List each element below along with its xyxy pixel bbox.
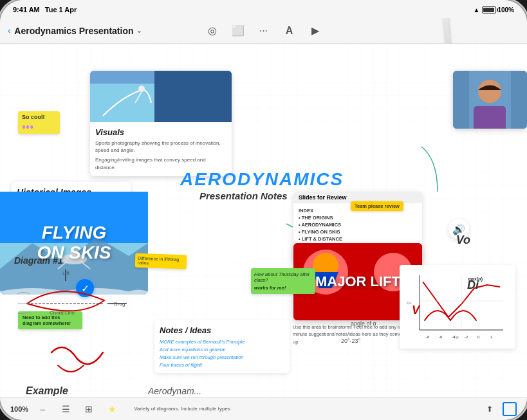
- lasso-tool-button[interactable]: ◎: [203, 22, 221, 40]
- svg-text:Chord Line: Chord Line: [50, 310, 75, 316]
- svg-text:CL: CL: [407, 301, 412, 305]
- doc-title-text: Aerodynamics Presentation: [14, 26, 133, 36]
- svg-point-11: [478, 80, 501, 103]
- back-chevron: ‹: [8, 26, 10, 35]
- so-cool-sticky[interactable]: So cool! ♦♦♦: [18, 111, 60, 134]
- share-bottom-button[interactable]: ⬆: [481, 401, 499, 417]
- video-call: [453, 71, 527, 129]
- note-item-4: Four forces of flight!: [160, 362, 284, 368]
- note-item-2: And more equations in general: [160, 347, 284, 352]
- major-lift-text: MAJOR LIFT: [315, 273, 400, 290]
- back-button[interactable]: ‹: [8, 26, 10, 35]
- svg-text:Lift: Lift: [62, 270, 69, 276]
- canvas[interactable]: So cool! ♦♦♦ Visuals: [0, 44, 527, 397]
- bottom-tools: 100% – ☰ ⊞ ★: [10, 401, 121, 417]
- visuals-card[interactable]: Visuals Sports photography showing the p…: [90, 71, 232, 176]
- toolbar-left: ‹ Aerodynamics Presentation ⌄: [8, 26, 198, 36]
- wifi-icon: ▲: [474, 6, 480, 14]
- status-bar: 9:41 AM Tue 1 Apr ▲ 100%: [0, 0, 527, 18]
- presentation-notes-title: Presentation Notes: [199, 190, 288, 201]
- more-button[interactable]: ···: [255, 22, 273, 40]
- battery-icon: [482, 6, 496, 14]
- status-left: 9:41 AM Tue 1 Apr: [13, 6, 77, 14]
- text-tool-button[interactable]: A: [281, 22, 299, 40]
- media-tool-button[interactable]: ▶: [306, 22, 324, 40]
- svg-rect-1: [90, 84, 154, 122]
- visuals-text: Sports photography showing the process o…: [95, 140, 227, 154]
- slide-item-2: • AERODYNAMICS: [299, 221, 417, 228]
- bottom-bar: 100% – ☰ ⊞ ★ Variety of diagrams. Includ…: [0, 397, 527, 420]
- video-avatar-svg: [453, 71, 527, 129]
- status-time: 9:41 AM: [13, 6, 40, 14]
- pres-notes-text: Presentation Notes: [199, 190, 288, 201]
- notes-ideas-section[interactable]: Notes / Ideas MORE examples of Bernoulli…: [154, 320, 290, 373]
- slide-item-1: • THE ORIGINS: [299, 214, 417, 221]
- team-review-text: Team please review: [355, 203, 400, 209]
- brainstorm-section: Use this area to brainstorm! Feel free t…: [293, 324, 409, 345]
- note-item-3: Make sure we run through presentation: [160, 354, 284, 360]
- svg-text:Drag: Drag: [114, 301, 125, 307]
- visuals-svg: [90, 71, 232, 122]
- diagram-svg: Chord Line Drag Lift: [14, 268, 143, 339]
- svg-text:-8: -8: [426, 335, 430, 339]
- works-for-me-text: works for me!: [254, 285, 312, 291]
- graph-area: max(α) Cp CL -8 -6 -4 -2 0 2: [400, 265, 515, 349]
- visuals-image: [90, 71, 232, 122]
- thursday-sticky[interactable]: How about Thursday after class? works fo…: [251, 268, 315, 294]
- svg-point-3: [138, 86, 145, 92]
- visuals-title: Visuals: [95, 127, 227, 137]
- svg-rect-2: [154, 71, 232, 122]
- canvas-select-indicator[interactable]: [503, 402, 517, 416]
- zoom-level: 100%: [10, 405, 28, 413]
- note-item-1: MORE examples of Bernoulli's Principle: [160, 339, 284, 345]
- diff-text: Difference in lift/drag ratios: [138, 256, 180, 266]
- visuals-content: Visuals Sports photography showing the p…: [90, 122, 232, 176]
- svg-text:-6: -6: [439, 335, 443, 339]
- zoom-out-button[interactable]: –: [33, 401, 51, 417]
- svg-text:-4: -4: [452, 335, 456, 339]
- favorite-button[interactable]: ★: [103, 401, 121, 417]
- team-review-badge: Team please review: [351, 201, 403, 211]
- so-cool-text: So cool!: [22, 114, 45, 120]
- graph-svg: max(α) Cp CL -8 -6 -4 -2 0 2: [403, 269, 512, 345]
- title-chevron-icon: ⌄: [136, 27, 142, 34]
- brainstorm-text: Use this area to brainstorm! Feel free t…: [293, 324, 409, 345]
- device-frame: 9:41 AM Tue 1 Apr ▲ 100% ‹ Aerodynamics …: [0, 0, 527, 420]
- battery-indicator: 100%: [482, 6, 514, 14]
- svg-text:-2: -2: [465, 335, 468, 339]
- doc-title[interactable]: Aerodynamics Presentation ⌄: [14, 26, 141, 36]
- bottom-right-tools: ⬆: [481, 401, 517, 417]
- di-label: Di: [467, 278, 479, 292]
- status-date: Tue 1 Apr: [45, 6, 77, 14]
- thursday-text: How about Thursday after class?: [254, 271, 312, 283]
- list-view-button[interactable]: ☰: [57, 401, 75, 417]
- slide-item-3: • FLYING ON SKIS: [299, 228, 417, 235]
- battery-percent: 100%: [497, 6, 514, 14]
- diagram-section[interactable]: Diagram #1 Chord Line Drag Lift: [14, 255, 143, 339]
- status-right: ▲ 100%: [474, 6, 514, 14]
- svg-rect-12: [474, 106, 506, 129]
- slide-item-4: • LIFT & DISTANCE: [299, 235, 417, 242]
- toolbar-center: ◎ ⬜ ··· A ▶: [203, 22, 324, 40]
- vo-label: Vo: [456, 233, 470, 247]
- variety-text: Variety of diagrams. Include multiple ty…: [134, 406, 473, 412]
- doc-tool-button[interactable]: ⬜: [229, 22, 247, 40]
- aero-title-text: AERODYNAMICS: [180, 169, 344, 189]
- presentation-title-text: FLYINGON SKIS: [37, 223, 111, 263]
- battery-fill: [483, 8, 494, 12]
- aerodynamics-heading: AERODYNAMICS: [180, 169, 344, 190]
- notes-title: Notes / Ideas: [160, 325, 284, 335]
- grid-view-button[interactable]: ⊞: [80, 401, 98, 417]
